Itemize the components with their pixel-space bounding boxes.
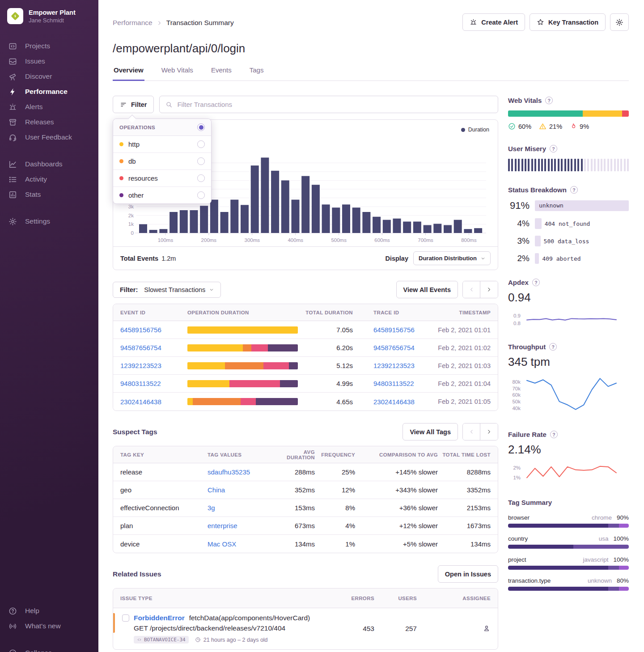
svg-text:40k: 40k — [512, 406, 521, 411]
sidebar-item-alerts[interactable]: Alerts — [0, 99, 98, 114]
tab-overview[interactable]: Overview — [113, 66, 144, 81]
tags-prev-page-button[interactable] — [463, 423, 480, 440]
tag-value-link[interactable]: China — [208, 486, 275, 494]
tag-summary-key: transaction.type — [508, 577, 551, 584]
events-controls: Filter: Slowest Transactions View All Ev… — [113, 281, 498, 298]
operation-option-other[interactable]: other — [113, 187, 211, 203]
trace-id-link[interactable]: 94803113522 — [353, 380, 431, 387]
sidebar-item-whats-new[interactable]: What's new — [0, 618, 98, 634]
question-icon[interactable]: ? — [532, 279, 540, 286]
col-users: USERS — [374, 596, 417, 601]
http-radio[interactable] — [197, 140, 205, 148]
trace-id-link[interactable]: 64589156756 — [353, 326, 431, 334]
sidebar-item-releases[interactable]: Releases — [0, 114, 98, 130]
assignee-cell[interactable] — [417, 624, 491, 634]
tab-events[interactable]: Events — [210, 66, 233, 81]
event-id-link[interactable]: 23024146438 — [120, 398, 187, 406]
table-row: 94587656754 6.20s 94587656754 Feb 2, 202… — [113, 339, 498, 357]
trace-id-link[interactable]: 23024146438 — [353, 398, 431, 406]
failure-rate-title: Failure Rate — [508, 431, 547, 438]
question-icon[interactable]: ? — [549, 343, 557, 351]
tag-value-link[interactable]: Mac OSX — [208, 540, 275, 548]
gear-icon — [615, 18, 623, 26]
sidebar-item-label: User Feedback — [25, 133, 72, 141]
col-operation-duration: OPERATION DURATION — [187, 310, 301, 315]
event-id-link[interactable]: 64589156756 — [120, 326, 187, 334]
timestamp-value: Feb 2, 2021 01:05 — [431, 398, 491, 405]
transaction-settings-button[interactable] — [610, 13, 629, 31]
issue-row[interactable]: ForbiddenError fetchData(app/components/… — [113, 608, 498, 649]
trace-id-link[interactable]: 12392123523 — [353, 362, 431, 369]
other-radio[interactable] — [197, 191, 205, 199]
tag-value-link[interactable]: sdaufhu35235 — [208, 468, 275, 476]
sidebar-item-discover[interactable]: Discover — [0, 69, 98, 84]
event-id-link[interactable]: 94587656754 — [120, 344, 187, 351]
trace-id-link[interactable]: 94587656754 — [353, 344, 431, 351]
question-icon[interactable]: ? — [545, 97, 553, 104]
svg-text:80k: 80k — [512, 379, 521, 385]
display-label: Display — [385, 255, 408, 262]
question-icon[interactable]: ? — [550, 431, 558, 438]
avg-duration: 673ms — [275, 522, 315, 529]
clock-icon — [195, 637, 201, 643]
event-id-link[interactable]: 12392123523 — [120, 362, 187, 369]
tab-tags[interactable]: Tags — [249, 66, 265, 81]
filter-button[interactable]: Filter — [113, 96, 154, 113]
tag-value-link[interactable]: enterprise — [208, 522, 275, 529]
sidebar-item-stats[interactable]: Stats — [0, 187, 98, 202]
sidebar-item-label: Performance — [25, 88, 68, 96]
view-all-tags-button[interactable]: View All Tags — [402, 423, 458, 440]
question-icon[interactable]: ? — [550, 145, 557, 152]
org-switcher[interactable]: Empower Plant Jane Schmidt — [0, 8, 98, 24]
tab-web-vitals[interactable]: Web Vitals — [161, 66, 194, 81]
sidebar-item-activity[interactable]: Activity — [0, 172, 98, 187]
search-input[interactable] — [177, 101, 492, 108]
total-events: Total Events1.2m — [120, 255, 176, 262]
status-bar — [535, 253, 539, 264]
tag-summary-row: transaction.type unknown 80% — [508, 577, 629, 591]
tag-value-link[interactable]: 3g — [208, 504, 275, 512]
breadcrumb-performance-link[interactable]: Performance — [113, 19, 153, 27]
sidebar-collapse-button[interactable]: Collapse — [0, 645, 98, 652]
operation-duration-bar — [187, 398, 298, 405]
open-in-issues-button[interactable]: Open in Issues — [438, 565, 498, 583]
events-prev-page-button[interactable] — [463, 281, 480, 298]
operation-option-http[interactable]: http — [113, 136, 211, 153]
db-radio[interactable] — [197, 157, 205, 165]
tags-next-page-button[interactable] — [480, 423, 498, 440]
sidebar-item-settings[interactable]: Settings — [0, 214, 98, 229]
operation-duration-bar — [187, 344, 298, 351]
events-next-page-button[interactable] — [480, 281, 498, 298]
sidebar-item-issues[interactable]: Issues — [0, 54, 98, 69]
view-all-events-button[interactable]: View All Events — [396, 281, 458, 298]
issue-error-type-link[interactable]: ForbiddenError — [134, 614, 185, 622]
frequency: 12% — [315, 486, 355, 494]
sidebar-item-projects[interactable]: Projects — [0, 38, 98, 54]
nav-divider — [0, 145, 98, 157]
col-errors: ERRORS — [332, 596, 374, 601]
status-row: 4% 404 not_found — [508, 218, 629, 229]
operations-all-radio[interactable] — [197, 123, 205, 131]
sidebar-item-performance[interactable]: Performance — [0, 84, 98, 99]
key-transaction-button[interactable]: Key Transaction — [530, 13, 606, 31]
col-event-id: EVENT ID — [120, 310, 187, 315]
comparison: +12% slower — [355, 522, 438, 529]
project-badge[interactable]: BOTANAVOICE-34 — [134, 636, 189, 644]
suspect-tags-title: Suspect Tags — [113, 428, 157, 436]
events-filter-select[interactable]: Filter: Slowest Transactions — [113, 282, 221, 298]
resources-radio[interactable] — [197, 174, 205, 182]
sidebar-item-dashboards[interactable]: Dashboards — [0, 157, 98, 172]
issue-checkbox[interactable] — [122, 614, 129, 622]
display-select[interactable]: Duration Distribution — [413, 251, 491, 265]
operation-option-resources[interactable]: resources — [113, 170, 211, 187]
sidebar-item-user-feedback[interactable]: User Feedback — [0, 130, 98, 145]
col-comparison: COMPARISON TO AVG — [355, 452, 438, 457]
releases-icon — [8, 118, 17, 127]
event-id-link[interactable]: 94803113522 — [120, 380, 187, 387]
sidebar-item-help[interactable]: Help — [0, 603, 98, 618]
create-alert-button[interactable]: Create Alert — [462, 13, 525, 31]
operation-option-db[interactable]: db — [113, 153, 211, 170]
question-icon[interactable]: ? — [570, 186, 578, 194]
star-icon — [537, 18, 544, 26]
tag-summary-pct: 100% — [613, 535, 629, 542]
